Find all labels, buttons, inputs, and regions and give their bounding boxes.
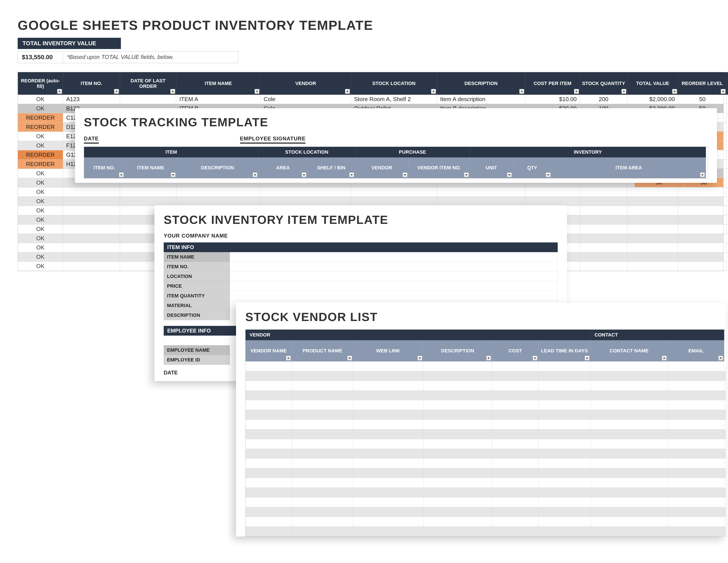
inventory-cell[interactable] xyxy=(727,261,728,271)
inventory-cell[interactable]: REORDER xyxy=(18,160,63,169)
inventory-cell[interactable] xyxy=(525,197,580,206)
filter-icon[interactable] xyxy=(574,89,579,94)
inventory-cell[interactable] xyxy=(176,187,261,197)
vendor-cell[interactable] xyxy=(246,478,292,488)
vendor-cell[interactable] xyxy=(292,497,353,507)
vendor-cell[interactable] xyxy=(246,381,292,391)
inventory-cell[interactable] xyxy=(678,252,727,261)
vendor-row[interactable] xyxy=(246,371,726,381)
vendor-row[interactable] xyxy=(246,497,726,507)
inventory-cell[interactable]: 2 xyxy=(727,141,728,150)
vendor-cell[interactable] xyxy=(246,468,292,478)
vendor-row[interactable] xyxy=(246,391,726,400)
vendor-cell[interactable] xyxy=(423,459,492,468)
filter-icon[interactable] xyxy=(621,89,626,94)
filter-icon[interactable] xyxy=(417,356,422,361)
vendor-cell[interactable] xyxy=(538,371,591,381)
vendor-cell[interactable] xyxy=(591,488,668,497)
filter-icon[interactable] xyxy=(464,172,469,177)
vendor-cell[interactable] xyxy=(668,410,724,420)
vendor-cell[interactable] xyxy=(492,362,538,371)
vendor-cell[interactable] xyxy=(668,459,724,468)
filter-icon[interactable] xyxy=(255,89,259,94)
inventory-cell[interactable] xyxy=(580,187,627,197)
inventory-col-header[interactable]: DESCRIPTION xyxy=(437,72,525,95)
vendor-cell[interactable] xyxy=(492,507,538,517)
inventory-cell[interactable]: OK xyxy=(18,234,63,243)
inventory-cell[interactable] xyxy=(727,197,728,206)
inventory-cell[interactable] xyxy=(678,187,727,197)
inventory-cell[interactable] xyxy=(678,224,727,234)
inventory-col-header[interactable]: DAYS PER REORDER xyxy=(727,72,728,95)
vendor-cell[interactable] xyxy=(492,400,538,410)
inventory-cell[interactable]: 30 xyxy=(727,132,728,141)
inventory-cell[interactable] xyxy=(437,187,525,197)
vendor-cell[interactable] xyxy=(246,507,292,517)
vendor-cell[interactable] xyxy=(668,439,724,449)
vendor-cell[interactable] xyxy=(591,362,668,371)
inventory-cell[interactable] xyxy=(580,261,627,271)
vendor-cell[interactable] xyxy=(292,391,353,400)
inventory-cell[interactable] xyxy=(678,197,727,206)
inventory-cell[interactable]: A123 xyxy=(63,95,120,104)
tracking-col-header[interactable]: ITEM NO. xyxy=(84,157,125,178)
vendor-col-header[interactable]: CONTACT NAME xyxy=(591,340,668,362)
inventory-cell[interactable] xyxy=(678,261,727,271)
vendor-cell[interactable] xyxy=(246,391,292,400)
inventory-col-header[interactable]: VENDOR xyxy=(261,72,351,95)
inventory-cell[interactable] xyxy=(678,243,727,252)
vendor-cell[interactable] xyxy=(353,420,423,430)
vendor-cell[interactable] xyxy=(292,488,353,497)
vendor-col-header[interactable]: DESCRIPTION xyxy=(423,340,492,362)
inventory-cell[interactable] xyxy=(727,206,728,215)
inventory-cell[interactable] xyxy=(63,224,120,234)
vendor-cell[interactable] xyxy=(423,381,492,391)
inventory-col-header[interactable]: COST PER ITEM xyxy=(525,72,580,95)
inventory-cell[interactable] xyxy=(261,187,351,197)
vendor-cell[interactable] xyxy=(668,517,724,527)
inventory-cell[interactable] xyxy=(580,197,627,206)
inventory-cell[interactable]: 2 xyxy=(727,113,728,122)
vendor-cell[interactable] xyxy=(492,381,538,391)
vendor-cell[interactable] xyxy=(591,507,668,517)
vendor-row[interactable] xyxy=(246,420,726,430)
vendor-cell[interactable] xyxy=(538,517,591,527)
inventory-cell[interactable] xyxy=(580,215,627,224)
vendor-row[interactable] xyxy=(246,527,726,536)
vendor-cell[interactable] xyxy=(492,468,538,478)
vendor-cell[interactable] xyxy=(492,391,538,400)
vendor-cell[interactable] xyxy=(246,362,292,371)
inventory-cell[interactable]: $2,000.00 xyxy=(627,95,678,104)
inventory-col-header[interactable]: REORDER LEVEL xyxy=(678,72,727,95)
vendor-cell[interactable] xyxy=(538,478,591,488)
filter-icon[interactable] xyxy=(302,172,306,177)
filter-icon[interactable] xyxy=(57,89,62,94)
inventory-cell[interactable] xyxy=(580,206,627,215)
vendor-cell[interactable] xyxy=(492,478,538,488)
vendor-row[interactable] xyxy=(246,488,726,497)
filter-icon[interactable] xyxy=(721,89,726,94)
inventory-cell[interactable]: 14 xyxy=(727,150,728,160)
inventory-cell[interactable] xyxy=(176,197,261,206)
filter-icon[interactable] xyxy=(585,356,589,361)
vendor-cell[interactable] xyxy=(292,507,353,517)
inventory-cell[interactable] xyxy=(120,187,176,197)
vendor-cell[interactable] xyxy=(492,420,538,430)
inventory-cell[interactable]: OK xyxy=(18,261,63,271)
inventory-row[interactable]: OKA123ITEM AColeStore Room A, Shelf 2Ite… xyxy=(18,95,723,104)
inventory-cell[interactable] xyxy=(580,243,627,252)
vendor-cell[interactable] xyxy=(246,439,292,449)
vendor-cell[interactable] xyxy=(492,517,538,527)
vendor-cell[interactable] xyxy=(668,497,724,507)
vendor-cell[interactable] xyxy=(423,420,492,430)
vendor-cell[interactable] xyxy=(423,517,492,527)
vendor-cell[interactable] xyxy=(353,459,423,468)
inventory-col-header[interactable]: TOTAL VALUE xyxy=(627,72,678,95)
vendor-cell[interactable] xyxy=(538,410,591,420)
vendor-cell[interactable] xyxy=(668,400,724,410)
inventory-cell[interactable] xyxy=(627,261,678,271)
vendor-cell[interactable] xyxy=(246,488,292,497)
inventory-cell[interactable] xyxy=(727,178,728,187)
inventory-cell[interactable] xyxy=(580,224,627,234)
filter-icon[interactable] xyxy=(700,172,705,177)
